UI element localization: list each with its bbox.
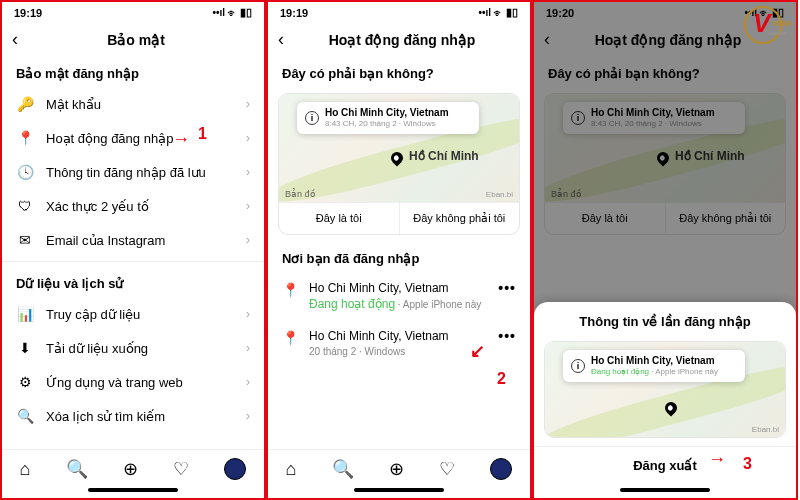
session-meta: 20 tháng 2 · Windows — [309, 345, 488, 359]
key-icon: 🔑 — [16, 96, 34, 112]
sheet-map-card: i Ho Chi Minh City, Vietnam Đang hoạt độ… — [544, 341, 786, 438]
page-title: Bảo mật — [18, 32, 254, 48]
annotation-2: 2 — [497, 370, 506, 388]
screen-security: 19:19 ••ılᯤ▮▯ ‹ Bảo mật Bảo mật đăng nhậ… — [0, 0, 266, 500]
session-location: Ho Chi Minh City, Vietnam — [309, 280, 488, 296]
tooltip-meta: 8:43 CH, 20 tháng 2 · Windows — [325, 119, 449, 129]
map-credit: Eban.bi — [486, 190, 513, 199]
row-apps-websites[interactable]: ⚙ Ứng dụng và trang web › — [2, 365, 264, 399]
sheet-title: Thông tin về lần đăng nhập — [534, 302, 796, 337]
map-tooltip: i Ho Chi Minh City, Vietnam 8:43 CH, 20 … — [297, 102, 479, 134]
chevron-right-icon: › — [246, 233, 250, 247]
chevron-right-icon: › — [246, 131, 250, 145]
map-city-label: Hồ Chí Minh — [409, 149, 479, 163]
question-heading: Đây có phải bạn không? — [268, 56, 530, 87]
confirm-buttons: Đây là tôi Đây không phải tôi — [279, 202, 519, 234]
home-indicator — [354, 488, 444, 492]
chevron-right-icon: › — [246, 409, 250, 423]
more-options-button[interactable]: ••• — [498, 328, 516, 344]
download-icon: ⬇ — [16, 340, 34, 356]
bottom-nav: ⌂ 🔍 ⊕ ♡ — [2, 449, 264, 484]
home-indicator — [88, 488, 178, 492]
map[interactable]: i Ho Chi Minh City, Vietnam Đang hoạt độ… — [545, 342, 785, 437]
chart-icon: 📊 — [16, 306, 34, 322]
status-bar: 19:19 ••ılᯤ▮▯ — [2, 2, 264, 23]
chevron-right-icon: › — [246, 165, 250, 179]
session-location: Ho Chi Minh City, Vietnam — [309, 328, 488, 344]
status-icons: ••ılᯤ▮▯ — [478, 6, 518, 19]
row-access-data[interactable]: 📊 Truy cập dữ liệu › — [2, 297, 264, 331]
row-password[interactable]: 🔑 Mật khẩu › — [2, 87, 264, 121]
session-active: Đang hoạt động — [309, 297, 395, 311]
add-icon[interactable]: ⊕ — [123, 458, 138, 480]
heart-icon[interactable]: ♡ — [439, 458, 455, 480]
home-indicator — [620, 488, 710, 492]
screen-login-details: 19:20 ••ılᯤ▮▯ ‹ Hoạt động đăng nhập Đây … — [532, 0, 798, 500]
logout-button[interactable]: Đăng xuất — [534, 446, 796, 484]
profile-avatar[interactable] — [224, 458, 246, 480]
search-icon[interactable]: 🔍 — [66, 458, 88, 480]
tooltip-location: Ho Chi Minh City, Vietnam — [591, 355, 718, 367]
heart-icon[interactable]: ♡ — [173, 458, 189, 480]
status-time: 19:19 — [14, 7, 42, 19]
login-session-item: 📍 Ho Chi Minh City, Vietnam Đang hoạt độ… — [268, 272, 530, 320]
more-options-button[interactable]: ••• — [498, 280, 516, 296]
header: ‹ Hoạt động đăng nhập — [268, 23, 530, 56]
clock-icon: 🕓 — [16, 164, 34, 180]
chevron-right-icon: › — [246, 341, 250, 355]
chevron-right-icon: › — [246, 307, 250, 321]
location-icon: 📍 — [16, 130, 34, 146]
screen-login-activity: 19:19 ••ılᯤ▮▯ ‹ Hoạt động đăng nhập Đây … — [266, 0, 532, 500]
row-saved-login[interactable]: 🕓 Thông tin đăng nhập đã lưu › — [2, 155, 264, 189]
add-icon[interactable]: ⊕ — [389, 458, 404, 480]
location-icon: 📍 — [282, 282, 299, 298]
login-details-sheet: Thông tin về lần đăng nhập i Ho Chi Minh… — [534, 302, 796, 498]
map-card: i Ho Chi Minh City, Vietnam 8:43 CH, 20 … — [278, 93, 520, 235]
section-login-security: Bảo mật đăng nhập — [2, 56, 264, 87]
search-icon: 🔍 — [16, 408, 34, 424]
row-clear-search[interactable]: 🔍 Xóa lịch sử tìm kiếm › — [2, 399, 264, 433]
section-data-history: Dữ liệu và lịch sử — [2, 266, 264, 297]
location-icon: 📍 — [282, 330, 299, 346]
login-session-item: 📍 Ho Chi Minh City, Vietnam 20 tháng 2 ·… — [268, 320, 530, 366]
home-icon[interactable]: ⌂ — [286, 459, 297, 480]
map-credit: Eban.bi — [752, 425, 779, 434]
sheet-tooltip: i Ho Chi Minh City, Vietnam Đang hoạt độ… — [563, 350, 745, 382]
chevron-right-icon: › — [246, 199, 250, 213]
status-time: 19:19 — [280, 7, 308, 19]
row-login-activity[interactable]: 📍 Hoạt động đăng nhập › — [2, 121, 264, 155]
info-icon: i — [305, 111, 319, 125]
divider — [2, 261, 264, 262]
header: ‹ Bảo mật — [2, 23, 264, 56]
row-two-factor[interactable]: 🛡 Xác thực 2 yếu tố › — [2, 189, 264, 223]
info-icon: i — [571, 359, 585, 373]
shield-icon: 🛡 — [16, 198, 34, 214]
map-attribution: Bản đồ — [285, 189, 316, 199]
status-bar: 19:19 ••ılᯤ▮▯ — [268, 2, 530, 23]
home-icon[interactable]: ⌂ — [20, 459, 31, 480]
profile-avatar[interactable] — [490, 458, 512, 480]
page-title: Hoạt động đăng nhập — [284, 32, 520, 48]
search-icon[interactable]: 🔍 — [332, 458, 354, 480]
section-where-logged-in: Nơi bạn đã đăng nhập — [268, 241, 530, 272]
map[interactable]: i Ho Chi Minh City, Vietnam 8:43 CH, 20 … — [279, 94, 519, 202]
bottom-nav: ⌂ 🔍 ⊕ ♡ — [268, 449, 530, 484]
status-icons: ••ılᯤ▮▯ — [212, 6, 252, 19]
row-instagram-email[interactable]: ✉ Email của Instagram › — [2, 223, 264, 257]
this-is-me-button[interactable]: Đây là tôi — [279, 203, 400, 234]
chevron-right-icon: › — [246, 375, 250, 389]
row-download-data[interactable]: ⬇ Tải dữ liệu xuống › — [2, 331, 264, 365]
chevron-right-icon: › — [246, 97, 250, 111]
tooltip-location: Ho Chi Minh City, Vietnam — [325, 107, 449, 119]
mail-icon: ✉ — [16, 232, 34, 248]
gear-icon: ⚙ — [16, 374, 34, 390]
not-me-button[interactable]: Đây không phải tôi — [400, 203, 520, 234]
